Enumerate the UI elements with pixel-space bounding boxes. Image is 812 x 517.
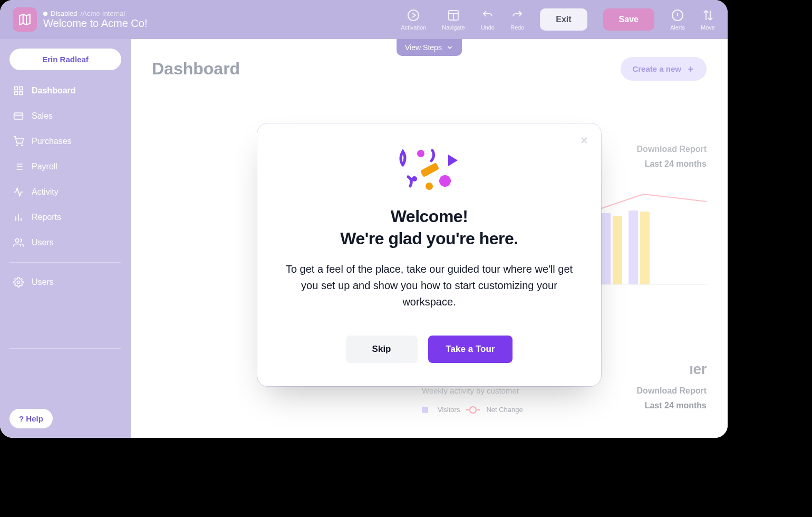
grid-icon	[13, 85, 24, 97]
sidebar-item-label: Reports	[32, 213, 61, 222]
svg-point-10	[15, 239, 19, 243]
sidebar-item-purchases[interactable]: Purchases	[9, 130, 121, 152]
breadcrumb-path: /Acme-Internal	[81, 9, 125, 17]
sidebar: Erin Radleaf Dashboard Sales Purchases P…	[0, 39, 131, 438]
sidebar-item-sales[interactable]: Sales	[9, 105, 121, 127]
cart-icon	[13, 136, 24, 147]
welcome-modal: Welcome! We're glad you're here. To get …	[257, 123, 601, 386]
modal-title: Welcome! We're glad you're here.	[283, 206, 576, 250]
page-title: Welcome to Acme Co!	[43, 17, 147, 30]
map-icon	[18, 13, 32, 26]
move-button[interactable]: Move	[701, 8, 715, 31]
sidebar-item-label: Users	[32, 277, 54, 287]
main-content: View Steps Dashboard Create a new Downlo…	[131, 39, 728, 438]
exit-button[interactable]: Exit	[540, 8, 587, 31]
activity-icon	[13, 186, 24, 198]
modal-body: To get a feel of the place, take our gui…	[283, 261, 576, 310]
undo-button[interactable]: Undo	[481, 8, 495, 31]
card-icon	[13, 110, 24, 122]
svg-point-12	[417, 150, 424, 157]
user-pill[interactable]: Erin Radleaf	[9, 49, 121, 70]
sidebar-divider-bottom	[9, 348, 121, 349]
status-label: Disabled	[51, 9, 78, 17]
confetti-icon	[283, 145, 576, 195]
help-button[interactable]: ? Help	[9, 409, 53, 428]
sidebar-item-settings[interactable]: Users	[9, 271, 121, 293]
svg-point-9	[22, 145, 23, 146]
body: Erin Radleaf Dashboard Sales Purchases P…	[0, 39, 728, 438]
svg-rect-4	[20, 87, 23, 90]
svg-rect-16	[420, 162, 440, 177]
svg-point-0	[408, 10, 419, 21]
svg-point-8	[17, 145, 18, 146]
bar-chart-icon	[13, 212, 24, 223]
activation-button[interactable]: Activation	[401, 8, 427, 31]
sidebar-item-label: Payroll	[32, 162, 57, 171]
modal-actions: Skip Take a Tour	[283, 336, 576, 363]
top-actions: Activation Navigate Undo Redo Exit Save …	[401, 8, 715, 31]
sidebar-item-label: Sales	[32, 111, 53, 121]
sidebar-divider	[9, 262, 121, 263]
svg-rect-5	[15, 92, 18, 95]
svg-point-13	[439, 175, 451, 187]
close-button[interactable]	[577, 133, 592, 148]
status-dot-icon	[43, 12, 47, 16]
app-window: Disabled /Acme-Internal Welcome to Acme …	[0, 0, 728, 438]
sidebar-item-label: Purchases	[32, 137, 72, 146]
layout-icon	[447, 8, 460, 22]
take-tour-button[interactable]: Take a Tour	[428, 336, 513, 363]
redo-icon	[510, 8, 524, 22]
svg-point-11	[17, 281, 20, 284]
status-line: Disabled /Acme-Internal	[43, 9, 147, 17]
sidebar-item-label: Activity	[32, 187, 59, 197]
sort-icon	[701, 8, 715, 22]
save-button[interactable]: Save	[603, 8, 654, 31]
sidebar-item-users[interactable]: Users	[9, 232, 121, 254]
topbar: Disabled /Acme-Internal Welcome to Acme …	[0, 0, 728, 39]
undo-icon	[481, 8, 495, 22]
navigate-button[interactable]: Navigate	[442, 8, 465, 31]
alerts-button[interactable]: Alerts	[670, 8, 685, 31]
sidebar-item-payroll[interactable]: Payroll	[9, 156, 121, 178]
sidebar-item-label: Dashboard	[32, 86, 76, 95]
svg-point-14	[426, 183, 433, 190]
svg-rect-3	[15, 87, 18, 90]
arrow-circle-icon	[407, 8, 420, 22]
app-logo	[13, 7, 37, 32]
modal-overlay: Welcome! We're glad you're here. To get …	[131, 39, 728, 438]
users-icon	[13, 237, 24, 248]
title-block: Disabled /Acme-Internal Welcome to Acme …	[43, 9, 147, 30]
sidebar-item-label: Users	[32, 238, 54, 247]
sidebar-item-activity[interactable]: Activity	[9, 181, 121, 203]
skip-button[interactable]: Skip	[346, 336, 418, 363]
list-icon	[13, 161, 24, 173]
alert-icon	[671, 8, 684, 22]
redo-button[interactable]: Redo	[510, 8, 524, 31]
sidebar-item-reports[interactable]: Reports	[9, 206, 121, 228]
svg-rect-7	[14, 113, 23, 119]
svg-rect-6	[20, 92, 23, 95]
sidebar-item-dashboard[interactable]: Dashboard	[9, 80, 121, 102]
close-icon	[579, 135, 589, 146]
gear-icon	[13, 276, 24, 288]
